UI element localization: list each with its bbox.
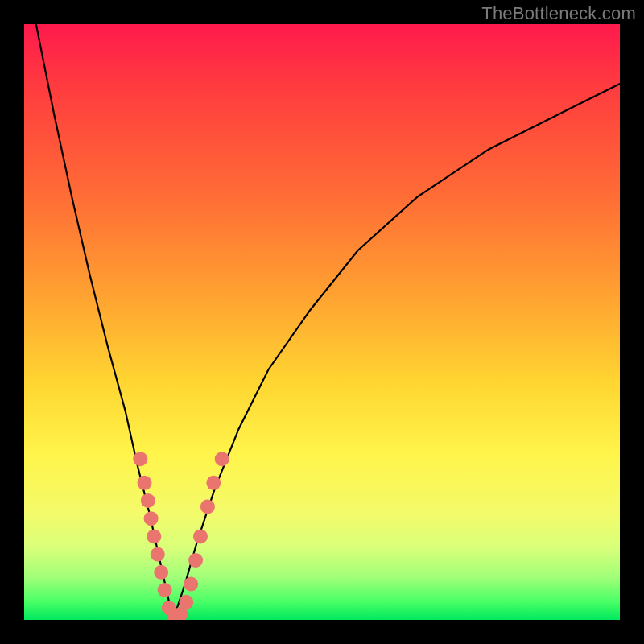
- sample-dot: [206, 476, 221, 490]
- sample-dot: [151, 547, 165, 562]
- chart-svg: [24, 24, 620, 620]
- sample-dot: [147, 529, 161, 543]
- sample-dot: [188, 553, 203, 568]
- bottleneck-curve: [36, 24, 620, 620]
- sample-dot: [144, 511, 159, 526]
- sample-dot: [215, 452, 229, 466]
- outer-frame: TheBottleneck.com: [0, 0, 644, 644]
- watermark-text: TheBottleneck.com: [481, 3, 636, 24]
- sample-dot: [154, 565, 168, 580]
- sample-dot: [179, 595, 193, 609]
- sample-dot: [193, 529, 208, 543]
- sample-dot: [158, 583, 172, 597]
- sample-dot: [200, 499, 215, 514]
- sample-dot: [141, 493, 155, 508]
- sample-dot: [133, 452, 147, 466]
- sample-dot: [184, 577, 198, 592]
- sample-dot: [138, 476, 152, 490]
- plot-area: [24, 24, 620, 620]
